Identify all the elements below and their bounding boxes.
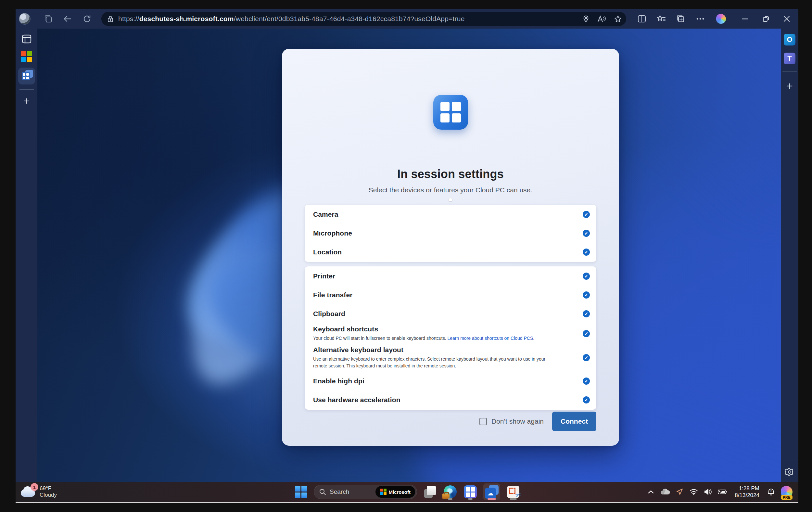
setting-row-location[interactable]: Location✓	[304, 243, 596, 261]
copilot-taskbar-button[interactable]: PRE	[780, 485, 794, 499]
setting-label: Alternative keyboard layout	[313, 346, 570, 354]
tray-date: 8/13/2024	[735, 492, 759, 499]
setting-row-printer[interactable]: Printer✓	[304, 267, 596, 286]
setting-row-camera[interactable]: Camera✓	[304, 205, 596, 224]
toggle-checked-icon[interactable]: ✓	[583, 330, 590, 337]
desktop-screen: https://deschutes-sh.microsoft.com/webcl…	[16, 9, 799, 502]
toggle-checked-icon[interactable]: ✓	[583, 249, 590, 256]
windows-logo	[295, 486, 307, 498]
tray-time: 1:28 PM	[735, 485, 759, 492]
task-view-button[interactable]	[423, 483, 437, 500]
refresh-icon[interactable]	[81, 12, 93, 25]
search-icon	[319, 489, 326, 495]
setting-label: Enable high dpi	[313, 377, 570, 385]
toggle-checked-icon[interactable]: ✓	[583, 230, 590, 237]
setting-row-clipboard[interactable]: Clipboard✓	[304, 305, 596, 323]
vertical-tabs-sidebar: +	[16, 29, 37, 482]
setting-description: Your cloud PC will start in fullscreen t…	[313, 335, 560, 342]
svg-text:z: z	[772, 488, 774, 490]
setting-label: Location	[313, 248, 570, 256]
toggle-checked-icon[interactable]: ✓	[583, 377, 590, 385]
taskbar-search[interactable]: Search Microsoft	[314, 485, 417, 499]
split-screen-icon[interactable]	[635, 12, 648, 25]
snipping-tool-taskbar-button[interactable]: ✂	[506, 483, 520, 500]
more-menu-icon[interactable]	[694, 12, 707, 25]
windows365-taskbar-button-active[interactable]: ☁	[483, 483, 500, 500]
restore-button[interactable]	[759, 12, 773, 25]
read-aloud-icon[interactable]	[597, 15, 606, 22]
sidebar-settings-gear-icon[interactable]	[783, 465, 796, 479]
dialog-footer: Don’t show again Connect	[480, 411, 596, 431]
onedrive-icon[interactable]	[659, 485, 671, 499]
microsoft-logo	[21, 51, 32, 62]
settings-groups: Camera✓Microphone✓Location✓Printer✓File …	[304, 205, 596, 410]
favorite-star-icon[interactable]	[614, 15, 622, 22]
toggle-checked-icon[interactable]: ✓	[583, 291, 590, 298]
workspaces-icon[interactable]	[41, 12, 55, 25]
weather-condition: Cloudy	[40, 492, 57, 499]
connect-button[interactable]: Connect	[552, 411, 596, 431]
setting-row-file-transfer[interactable]: File transfer✓	[304, 286, 596, 305]
dont-show-again[interactable]: Don’t show again	[480, 418, 544, 425]
microsoft-home-tab[interactable]	[20, 50, 33, 63]
start-button[interactable]	[294, 483, 308, 500]
tabs-divider	[20, 89, 34, 90]
toggle-checked-icon[interactable]: ✓	[583, 396, 590, 403]
sidebar-divider	[782, 72, 797, 72]
dont-show-again-checkbox[interactable]	[480, 418, 487, 425]
tab-windows365-active[interactable]	[18, 67, 35, 84]
settings-card-1: Camera✓Microphone✓Location✓	[304, 205, 596, 262]
outlook-icon[interactable]: O	[784, 34, 795, 46]
location-permission-icon[interactable]	[583, 15, 589, 22]
windows-app-icon	[464, 485, 477, 499]
new-tab-button[interactable]: +	[20, 94, 33, 107]
toggle-checked-icon[interactable]: ✓	[583, 310, 590, 317]
browser-toolbar: https://deschutes-sh.microsoft.com/webcl…	[16, 9, 799, 29]
scroll-indicator-dot	[449, 198, 452, 201]
setting-label: File transfer	[313, 291, 570, 299]
tray-chevron-up-icon[interactable]	[645, 485, 657, 499]
toggle-checked-icon[interactable]: ✓	[583, 273, 590, 280]
volume-icon[interactable]	[702, 485, 714, 499]
windows-taskbar: 1 69°F Cloudy Search Microsoft	[16, 482, 799, 502]
teams-icon[interactable]: T	[784, 53, 795, 64]
copilot-logo	[716, 14, 726, 24]
do-not-disturb-bell-icon[interactable]: zz	[765, 485, 777, 499]
close-button[interactable]	[780, 12, 794, 25]
toggle-checked-icon[interactable]: ✓	[583, 354, 590, 361]
profile-avatar[interactable]	[19, 13, 31, 25]
setting-label: Keyboard shortcuts	[313, 325, 570, 333]
setting-label: Use hardware acceleration	[313, 396, 570, 404]
settings-card-2: Printer✓File transfer✓Clipboard✓Keyboard…	[304, 266, 596, 410]
edge-taskbar-button[interactable]	[443, 483, 457, 500]
setting-row-use-hardware-acceleration[interactable]: Use hardware acceleration✓	[304, 391, 596, 409]
tab-actions-icon[interactable]	[20, 32, 33, 46]
setting-row-alternative-keyboard-layout[interactable]: Alternative keyboard layoutUse an altern…	[304, 344, 596, 372]
address-bar[interactable]: https://deschutes-sh.microsoft.com/webcl…	[102, 12, 626, 26]
sidebar-add-button[interactable]: +	[783, 79, 796, 92]
back-icon[interactable]	[61, 12, 74, 25]
windows-app-taskbar-button[interactable]	[463, 483, 477, 500]
tray-clock[interactable]: 1:28 PM 8/13/2024	[735, 485, 759, 499]
toggle-checked-icon[interactable]: ✓	[583, 211, 590, 218]
edge-sidebar: O T +	[781, 29, 799, 482]
collections-icon[interactable]	[674, 12, 687, 25]
setting-label: Camera	[313, 210, 570, 218]
copilot-icon[interactable]	[713, 12, 729, 26]
favorites-icon[interactable]	[655, 12, 668, 25]
minimize-button[interactable]	[738, 12, 752, 25]
weather-widget[interactable]: 1 69°F Cloudy	[16, 485, 57, 499]
setting-label: Microphone	[313, 229, 570, 237]
setting-row-keyboard-shortcuts[interactable]: Keyboard shortcutsYour cloud PC will sta…	[304, 323, 596, 344]
weather-temp: 69°F	[40, 485, 57, 492]
dialog-title: In session settings	[397, 167, 504, 181]
battery-charging-icon[interactable]	[717, 485, 728, 499]
location-in-use-icon[interactable]	[674, 485, 685, 499]
setting-label: Printer	[313, 272, 570, 280]
setting-row-microphone[interactable]: Microphone✓	[304, 224, 596, 243]
dialog-subtitle: Select the devices or features your Clou…	[369, 186, 532, 194]
learn-more-link[interactable]: Learn more about shortcuts on Cloud PCS.	[447, 336, 534, 341]
dont-show-again-label: Don’t show again	[491, 418, 544, 425]
wifi-icon[interactable]	[688, 485, 700, 499]
setting-row-enable-high-dpi[interactable]: Enable high dpi✓	[304, 372, 596, 391]
